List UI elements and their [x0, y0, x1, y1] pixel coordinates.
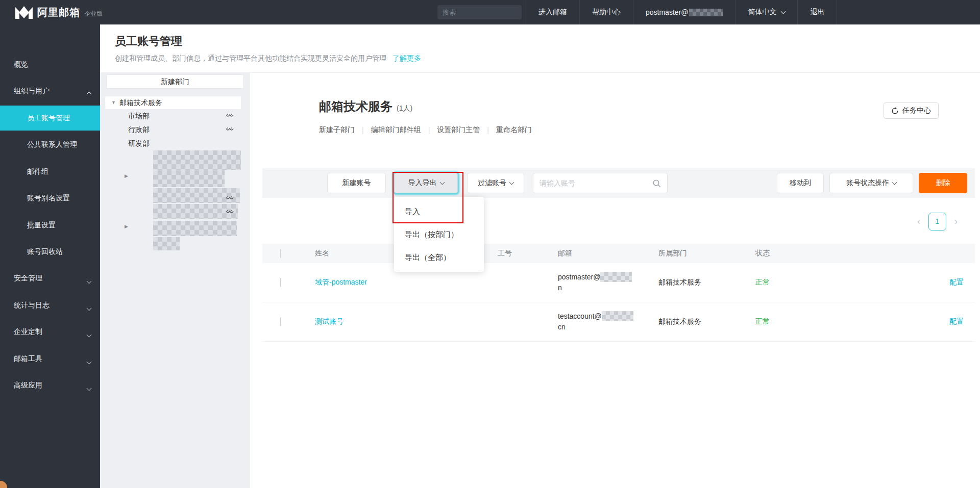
table-row: 域管-postmaster postmaster@ n 邮箱技术服务 正常 配置 [262, 263, 975, 302]
sidebar: 概览 组织与用户 员工账号管理 公共联系人管理 邮件组 账号别名设置 批量设置 … [0, 24, 100, 488]
tree-node-root[interactable]: ▼ 邮箱技术服务 [105, 96, 241, 109]
new-account-button[interactable]: 新建账号 [327, 173, 386, 193]
import-export-dropdown: 导入 导出（按部门） 导出（全部） [394, 197, 484, 272]
sidebar-group-org-users[interactable]: 组织与用户 [0, 85, 100, 96]
global-search-input[interactable] [443, 9, 532, 16]
menu-item-import[interactable]: 导入 [394, 200, 484, 223]
app-root: 阿里邮箱 企业版 进入邮箱 帮助中心 postmaster@ 简体中文 退出 [0, 0, 980, 488]
sidebar-group-stats-logs[interactable]: 统计与日志 [0, 299, 100, 311]
email-cell: testaccount@ cn [558, 311, 658, 332]
select-all-checkbox[interactable] [280, 249, 281, 258]
divider: | [428, 126, 430, 134]
move-to-button[interactable]: 移动到 [777, 173, 824, 193]
sidebar-item-account-alias[interactable]: 账号别名设置 [0, 192, 100, 203]
tree-node-redacted[interactable] [153, 221, 237, 236]
tree-node-redacted[interactable] [153, 170, 225, 187]
action-rename-dept[interactable]: 重命名部门 [496, 125, 532, 135]
sidebar-item-overview[interactable]: 概览 [0, 59, 100, 70]
page-number[interactable]: 1 [928, 213, 946, 230]
sidebar-item-employee-accounts[interactable]: 员工账号管理 [0, 106, 100, 131]
account-toolbar: 新建账号 导入导出 过滤账号 移动到 账号状态 [262, 168, 975, 198]
account-search[interactable] [533, 173, 668, 193]
pagination: ‹ 1 › [917, 213, 958, 230]
department-title: 邮箱技术服务(1人) [319, 98, 412, 115]
account-menu[interactable]: postmaster@ [633, 0, 735, 24]
sidebar-group-mail-tools[interactable]: 邮箱工具 [0, 353, 100, 364]
chevron-down-icon [87, 386, 92, 391]
department-tree-panel: 新建部门 ▼ 邮箱技术服务 市场部 行政部 研发部 ▶ ▶ [100, 73, 250, 488]
sidebar-group-enterprise-custom[interactable]: 企业定制 [0, 326, 100, 337]
sidebar-item-account-recycle[interactable]: 账号回收站 [0, 246, 100, 257]
sidebar-item-batch-settings[interactable]: 批量设置 [0, 219, 100, 230]
menu-item-export-all[interactable]: 导出（全部） [394, 246, 484, 269]
help-center-link[interactable]: 帮助中心 [579, 0, 633, 24]
import-export-button[interactable]: 导入导出 [394, 173, 458, 193]
tree-node-redacted[interactable] [153, 237, 180, 250]
caret-right-icon[interactable]: ▶ [125, 173, 128, 178]
chevron-down-icon [781, 9, 786, 14]
department-title-text: 邮箱技术服务 [319, 99, 393, 113]
delete-button[interactable]: 删除 [919, 173, 967, 193]
page-subtitle-text: 创建和管理成员、部门信息，通过与管理平台其他功能结合实现更灵活安全的用户管理 [115, 54, 386, 62]
chevron-down-icon [87, 359, 92, 365]
tree-node-redacted[interactable] [153, 150, 241, 170]
language-menu[interactable]: 简体中文 [735, 0, 797, 24]
account-search-input[interactable] [533, 179, 646, 187]
action-set-dept-manager[interactable]: 设置部门主管 [437, 125, 480, 135]
tree-node-admin[interactable]: 行政部 [128, 123, 150, 136]
logout-button[interactable]: 退出 [797, 0, 837, 24]
action-edit-dept-mailgroup[interactable]: 编辑部门邮件组 [371, 125, 421, 135]
caret-down-icon[interactable]: ▼ [111, 96, 116, 109]
refresh-icon [891, 107, 899, 115]
member-count: (1人) [397, 104, 412, 112]
col-email: 邮箱 [558, 249, 658, 258]
sidebar-item-public-contacts[interactable]: 公共联系人管理 [0, 139, 100, 150]
row-checkbox[interactable] [280, 278, 281, 287]
new-department-button[interactable]: 新建部门 [106, 74, 244, 89]
chevron-down-icon [87, 279, 92, 284]
menu-item-export-by-dept[interactable]: 导出（按部门） [394, 223, 484, 246]
search-icon[interactable] [646, 173, 667, 193]
main-content: 邮箱技术服务(1人) 任务中心 新建子部门 | 编辑部门邮件组 | 设置部门主管… [250, 73, 980, 488]
table-row: 测试账号 testaccount@ cn 邮箱技术服务 正常 配置 [262, 302, 975, 342]
col-status: 状态 [755, 249, 919, 258]
chevron-down-icon [509, 180, 514, 185]
global-search[interactable] [437, 5, 522, 19]
divider: | [362, 126, 364, 134]
enter-mail-link[interactable]: 进入邮箱 [526, 0, 579, 24]
filter-account-button[interactable]: 过滤账号 [467, 173, 524, 193]
next-page-icon[interactable]: › [954, 213, 958, 230]
account-status-ops-button[interactable]: 账号状态操作 [829, 173, 913, 193]
dept-mail-group-icon [226, 113, 234, 118]
learn-more-link[interactable]: 了解更多 [393, 54, 421, 62]
divider: | [487, 126, 489, 134]
tree-node-marketing[interactable]: 市场部 [128, 110, 150, 122]
page-title: 员工账号管理 [115, 34, 182, 49]
prev-page-icon[interactable]: ‹ [917, 213, 920, 230]
chevron-down-icon [892, 180, 897, 185]
row-checkbox[interactable] [280, 317, 281, 326]
brand-logo[interactable]: 阿里邮箱 企业版 [0, 6, 103, 19]
chevron-down-icon [87, 306, 92, 311]
task-center-button[interactable]: 任务中心 [884, 102, 939, 119]
configure-link[interactable]: 配置 [919, 278, 975, 287]
department-cell: 邮箱技术服务 [658, 317, 755, 326]
col-employee-id: 工号 [498, 249, 558, 258]
status-badge: 正常 [755, 278, 919, 287]
chevron-down-icon [439, 180, 445, 185]
account-name-link[interactable]: 测试账号 [315, 317, 498, 326]
page-header: 员工账号管理 创建和管理成员、部门信息，通过与管理平台其他功能结合实现更灵活安全… [100, 24, 980, 73]
sidebar-group-advanced-apps[interactable]: 高级应用 [0, 379, 100, 391]
status-badge: 正常 [755, 317, 919, 326]
action-new-subdept[interactable]: 新建子部门 [319, 125, 355, 135]
configure-link[interactable]: 配置 [919, 317, 975, 326]
chevron-up-icon [87, 92, 92, 97]
sidebar-group-security[interactable]: 安全管理 [0, 272, 100, 284]
alimail-logo-icon [15, 6, 33, 19]
sidebar-item-mail-groups[interactable]: 邮件组 [0, 166, 100, 177]
topbar: 阿里邮箱 企业版 进入邮箱 帮助中心 postmaster@ 简体中文 退出 [0, 0, 980, 24]
brand-badge: 企业版 [84, 10, 103, 18]
account-name-link[interactable]: 域管-postmaster [315, 278, 498, 287]
tree-node-rnd[interactable]: 研发部 [128, 137, 150, 149]
caret-right-icon[interactable]: ▶ [125, 224, 128, 229]
